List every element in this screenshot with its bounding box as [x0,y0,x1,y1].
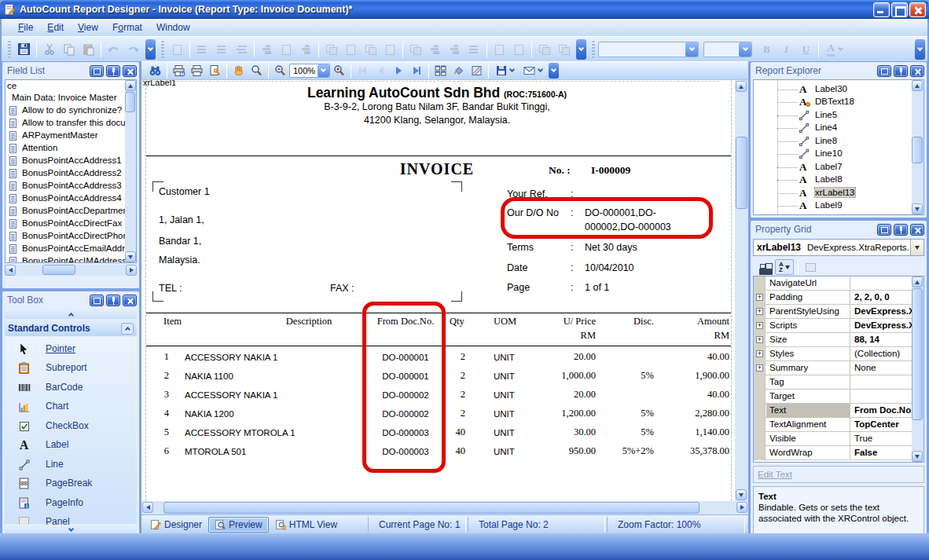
bring-to-front-button[interactable] [534,40,554,59]
search-button[interactable] [146,63,164,79]
toolbox-item-checkbox[interactable]: CheckBox [5,419,137,436]
toolbox-item-subreport[interactable]: Subreport [5,361,137,378]
property-row[interactable]: WordWrapFalse [754,446,912,460]
property-row[interactable]: +ScriptsDevExpress.XtraR [754,319,912,333]
toolbox-item-label[interactable]: A Label [5,437,137,455]
float-panel-button[interactable] [877,224,891,236]
minimize-button[interactable] [873,2,890,17]
tab-preview[interactable]: Preview [208,517,269,533]
preview-vscrollbar[interactable] [735,80,748,501]
size-to-grid-button[interactable] [380,40,400,59]
scrollbar-thumb[interactable] [736,137,747,209]
tree-vscrollbar[interactable] [912,80,923,214]
scroll-down-button[interactable] [912,203,923,214]
send-to-back-button[interactable] [554,40,574,59]
alphabetical-sort-button[interactable]: AZ [775,259,794,275]
menu-format[interactable]: Format [105,20,149,35]
watermark-button[interactable] [468,63,486,79]
close-panel-button[interactable] [123,295,137,306]
font-color-button[interactable]: A [821,40,848,59]
save-button[interactable] [14,40,34,59]
print-button[interactable] [188,63,206,79]
scroll-left-button[interactable] [5,265,16,276]
object-selector-combobox[interactable]: xrLabel13 DevExpress.XtraReports. [753,239,924,256]
toolbox-group-header[interactable]: Standard Controls [5,320,137,336]
page-setup-button[interactable] [206,63,224,79]
undo-button[interactable] [104,40,123,59]
toolbox-scroll-up[interactable] [5,309,137,319]
collapse-group-button[interactable] [121,323,134,335]
zoom-out-button[interactable] [271,63,289,79]
menu-view[interactable]: View [71,20,105,35]
toolbox-item-line[interactable]: Line [5,457,137,474]
multiple-pages-button[interactable] [431,63,450,79]
pin-panel-button[interactable] [894,224,908,236]
space-decrease-h-button[interactable] [445,40,464,59]
pin-panel-button[interactable] [106,65,120,77]
scrollbar-thumb[interactable] [912,137,923,163]
same-width-button[interactable] [321,40,341,59]
magnifier-tool-button[interactable] [248,63,266,79]
tab-html-view[interactable]: HTML View [270,517,343,533]
close-button[interactable] [909,2,926,17]
property-row[interactable]: Tag [754,375,912,390]
scrollbar-thumb[interactable] [163,502,700,514]
bold-button[interactable]: B [757,40,777,59]
scroll-up-button[interactable] [912,80,923,91]
dropdown-button[interactable] [739,42,751,57]
close-panel-button[interactable] [910,65,924,77]
toolbar-grip[interactable] [161,41,164,58]
align-center-button[interactable] [212,40,232,59]
hand-tool-button[interactable] [229,63,248,79]
pin-panel-button[interactable] [894,65,908,77]
pin-panel-button[interactable] [106,295,120,306]
toolbox-item-barcode[interactable]: BarCode [5,380,137,397]
property-row[interactable]: +Size88, 14 [754,333,912,347]
font-size-combobox[interactable] [703,42,752,57]
toolbar-grip[interactable] [8,41,11,58]
scroll-up-button[interactable] [125,80,136,91]
edit-text-link[interactable]: Edit Text [758,470,792,479]
zoom-combobox[interactable]: 100% [289,64,330,78]
first-page-button[interactable] [354,63,372,79]
expand-icon[interactable]: + [756,350,763,357]
same-height-button[interactable] [341,40,361,59]
scrollbar-thumb[interactable] [912,288,923,420]
dropdown-button[interactable] [685,42,698,57]
align-right-button[interactable] [232,40,252,59]
send-email-button[interactable] [518,63,546,79]
property-row[interactable]: NavigateUrl [754,276,912,291]
property-pages-button[interactable] [801,259,820,275]
scroll-right-button[interactable] [736,502,747,513]
property-row[interactable]: TextAlignmentTopCenter [754,418,912,432]
preview-hscrollbar[interactable] [141,501,748,514]
property-row-selected[interactable]: TextFrom Doc.No. [754,404,912,418]
field-list-vscrollbar[interactable] [125,80,136,262]
toolbox-item-pageinfo[interactable]: PageInfo [5,496,137,513]
scroll-right-button[interactable] [126,265,137,276]
close-panel-button[interactable] [123,65,137,77]
expand-icon[interactable]: + [756,322,763,329]
space-remove-h-button[interactable] [464,40,484,59]
center-vertically-button[interactable] [509,40,529,59]
property-row[interactable]: +ParentStyleUsingDevExpress.XtraR [754,305,912,319]
toolbox-item-chart[interactable]: Chart [5,399,137,416]
space-increase-h-button[interactable] [425,40,445,59]
property-row[interactable]: +SummaryNone [754,361,912,375]
export-document-button[interactable] [491,63,518,79]
last-page-button[interactable] [408,63,426,79]
toolbar-grip[interactable] [592,41,595,58]
scrollbar-thumb[interactable] [125,92,135,112]
copy-button[interactable] [59,40,79,59]
toolbar-overflow-button[interactable] [145,39,156,60]
property-row[interactable]: VisibleTrue [754,432,912,446]
menu-edit[interactable]: Edit [40,20,71,35]
categorized-button[interactable] [755,259,773,275]
same-size-button[interactable] [361,40,380,59]
dropdown-button[interactable] [910,240,923,255]
scroll-left-button[interactable] [142,502,153,513]
close-panel-button[interactable] [910,224,924,236]
scroll-up-button[interactable] [912,276,923,287]
scroll-down-button[interactable] [125,251,136,262]
tab-designer[interactable]: Designer [145,517,207,533]
